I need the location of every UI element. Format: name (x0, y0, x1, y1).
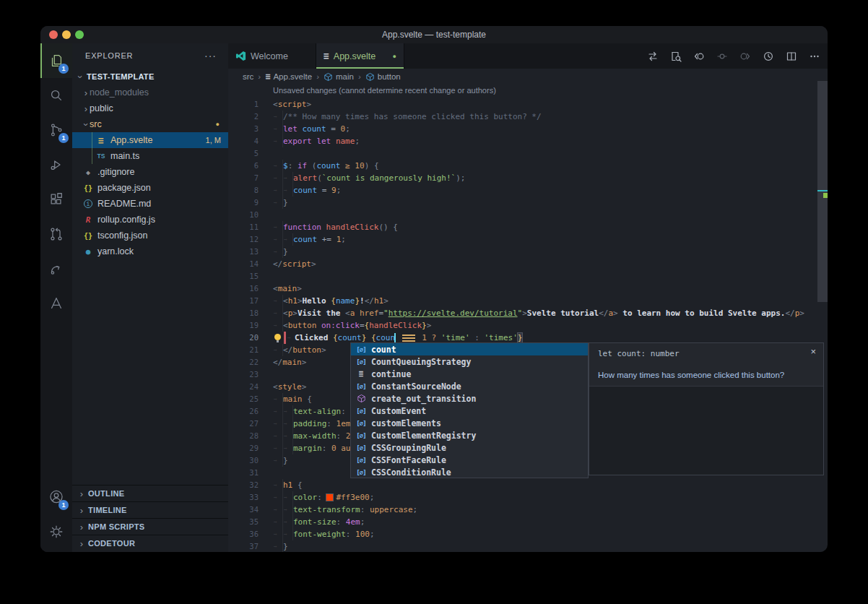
whitespace-tab (284, 332, 295, 344)
code-line-15[interactable]: 15 (228, 270, 817, 282)
suggestion-item-count[interactable]: [∅]count (351, 343, 588, 355)
code-line-32[interactable]: 32h1 { (228, 479, 817, 491)
code-line-5[interactable]: 5 (228, 147, 817, 160)
breadcrumb-item-app-svelte[interactable]: ≡App.svelte (265, 72, 312, 82)
lightbulb-icon[interactable] (273, 332, 284, 344)
chevron-right-icon: › (78, 505, 85, 516)
activity-item-run-and-debug[interactable] (40, 147, 72, 182)
code-line-16[interactable]: 16<main> (228, 282, 817, 295)
code-line-3[interactable]: 3let count = 0; (228, 123, 817, 135)
close-icon[interactable]: × (810, 346, 816, 357)
activity-item-explorer[interactable]: 1 (40, 43, 72, 78)
compare-changes-icon[interactable] (647, 51, 659, 62)
breadcrumb-separator: › (358, 72, 361, 81)
code-line-19[interactable]: 19<button on:click={handleClick}> (228, 319, 817, 332)
suggestion-item-create_out_transition[interactable]: create_out_transition (351, 392, 588, 405)
activity-item-live-share[interactable] (40, 251, 72, 286)
navigate-back-icon[interactable] (693, 51, 705, 62)
breadcrumb-label: src (243, 72, 253, 81)
whitespace-tab (283, 418, 293, 430)
tab-welcome[interactable]: Welcome (228, 43, 316, 69)
chevron-down-icon: › (81, 121, 92, 128)
workspace-section-header[interactable]: › TEST-TEMPLATE (72, 69, 228, 85)
code-line-14[interactable]: 14</script> (228, 258, 817, 270)
code-line-18[interactable]: 18<p>Visit the <a href="https://svelte.d… (228, 307, 817, 319)
code-line-9[interactable]: 9} (228, 197, 817, 209)
git-file-icon: ◆ (82, 168, 94, 176)
more-actions-icon[interactable] (809, 51, 820, 62)
whitespace-tab (283, 405, 293, 418)
split-editor-icon[interactable] (786, 51, 797, 62)
tree-item-.gitignore[interactable]: ◆.gitignore (72, 164, 228, 180)
code-line-37[interactable]: 37} (228, 540, 817, 552)
previous-change-icon[interactable] (716, 51, 728, 62)
code-line-7[interactable]: 7alert(`count is dangerously high!`); (228, 172, 817, 184)
code-line-34[interactable]: 34text-transform: uppercase; (228, 504, 817, 516)
code-editor[interactable]: Unsaved changes (cannot determine recent… (228, 85, 817, 552)
suggestion-item-ConstantSourceNode[interactable]: [∅]ConstantSourceNode (351, 380, 588, 392)
suggestion-item-CSSConditionRule[interactable]: [∅]CSSConditionRule (351, 466, 588, 478)
modified-dot: ● (216, 121, 228, 128)
activity-item-extensions[interactable] (40, 182, 72, 217)
activity-item-github-pull-requests[interactable] (40, 217, 72, 251)
code-line-1[interactable]: 1<script> (228, 98, 817, 111)
json-file-icon: {} (82, 184, 94, 192)
code-line-35[interactable]: 35font-size: 4em; (228, 516, 817, 528)
color-swatch[interactable] (326, 494, 333, 501)
tree-item-node_modules[interactable]: ›node_modules (72, 85, 228, 100)
breadcrumb-label: main (336, 72, 354, 81)
code-line-17[interactable]: 17<h1>Hello {name}!</h1> (228, 295, 817, 307)
code-line-6[interactable]: 6$: if (count ≥ 10) { (228, 160, 817, 172)
suggestion-item-continue[interactable]: ≣continue (351, 368, 588, 380)
code-line-36[interactable]: 36font-weight: 100; (228, 528, 817, 540)
breadcrumb-item-main[interactable]: main (324, 72, 354, 82)
tree-item-tsconfig.json[interactable]: {}tsconfig.json (72, 228, 228, 243)
suggestion-item-CSSGroupingRule[interactable]: [∅]CSSGroupingRule (351, 441, 588, 454)
code-line-10[interactable]: 10 (228, 209, 817, 221)
line-number: 17 (228, 295, 259, 307)
suggestion-item-CustomEvent[interactable]: [∅]CustomEvent (351, 405, 588, 417)
code-line-33[interactable]: 33color: #ff3e00; (228, 491, 817, 504)
activity-item-settings[interactable] (40, 514, 72, 549)
code-line-13[interactable]: 13} (228, 246, 817, 258)
whitespace-tab (273, 221, 283, 233)
next-change-icon[interactable] (739, 51, 751, 62)
tab-app-svelte[interactable]: ≡App.svelte● (316, 43, 404, 69)
panel-header-codetour[interactable]: ›CODETOUR (72, 535, 228, 551)
line-number: 9 (228, 197, 259, 209)
window-title: App.svelte — test-template (40, 26, 828, 43)
code-line-12[interactable]: 12count += 1; (228, 233, 817, 246)
tree-item-App.svelte[interactable]: ≡App.svelte1, M (72, 132, 228, 148)
breadcrumb-item-src[interactable]: src (243, 72, 253, 81)
activity-item-source-control[interactable]: 1 (40, 113, 72, 147)
tree-item-yarn.lock[interactable]: ●yarn.lock (72, 243, 228, 259)
tree-item-main.ts[interactable]: TSmain.ts (72, 148, 228, 164)
tree-item-package.json[interactable]: {}package.json (72, 180, 228, 196)
code-line-4[interactable]: 4export let name; (228, 135, 817, 147)
panel-header-npm-scripts[interactable]: ›NPM SCRIPTS (72, 518, 228, 535)
code-line-8[interactable]: 8count = 9; (228, 184, 817, 197)
tree-item-rollup.config.js[interactable]: Rrollup.config.js (72, 212, 228, 228)
activity-item-accounts[interactable]: 1 (40, 480, 72, 514)
tree-item-README.md[interactable]: iREADME.md (72, 196, 228, 212)
suggestion-item-CustomElementRegistry[interactable]: [∅]CustomElementRegistry (351, 429, 588, 441)
activity-item-search[interactable] (40, 78, 72, 113)
code-line-2[interactable]: 2/** How many times has someone clicked … (228, 111, 817, 123)
file-history-icon[interactable] (763, 51, 774, 62)
whitespace-tab (273, 442, 283, 454)
scrollbar-thumb[interactable] (817, 81, 828, 302)
suggestion-label: CustomEvent (371, 406, 426, 416)
suggestion-item-CSSFontFaceRule[interactable]: [∅]CSSFontFaceRule (351, 454, 588, 466)
chevron-right-icon: › (82, 87, 90, 98)
explorer-actions-icon[interactable]: ··· (204, 43, 217, 69)
suggestion-item-customElements[interactable]: [∅]customElements (351, 417, 588, 429)
activity-item-azure[interactable] (40, 286, 72, 321)
tree-item-src[interactable]: ›src● (72, 116, 228, 132)
suggestion-item-CountQueuingStrategy[interactable]: [∅]CountQueuingStrategy (351, 355, 588, 368)
code-line-11[interactable]: 11function handleClick() { (228, 221, 817, 233)
breadcrumb-item-button[interactable]: button (365, 72, 401, 82)
panel-header-outline[interactable]: ›OUTLINE (72, 485, 228, 501)
tree-item-public[interactable]: ›public (72, 100, 228, 116)
open-changes-icon[interactable] (670, 51, 682, 62)
panel-header-timeline[interactable]: ›TIMELINE (72, 501, 228, 518)
